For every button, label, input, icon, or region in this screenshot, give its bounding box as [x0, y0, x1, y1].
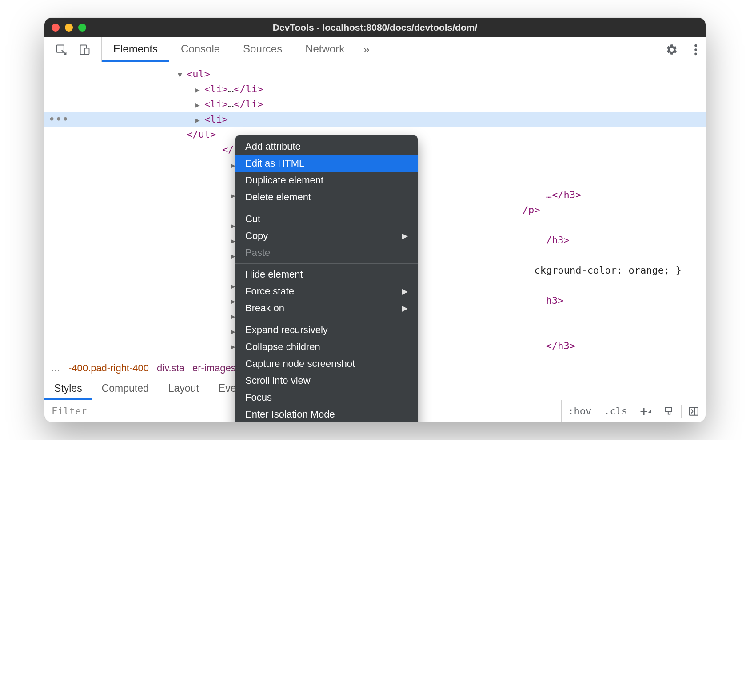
context-menu-item[interactable]: Expand recursively [235, 322, 418, 338]
context-menu-item[interactable]: Force state▶ [235, 283, 418, 300]
context-menu-item[interactable]: Delete element [235, 189, 418, 206]
titlebar: DevTools - localhost:8080/docs/devtools/… [44, 18, 706, 37]
tab-sources[interactable]: Sources [231, 37, 294, 62]
submenu-arrow-icon: ▶ [402, 231, 408, 241]
minimize-window-button[interactable] [65, 24, 73, 32]
context-menu-item[interactable]: Copy▶ [235, 227, 418, 244]
svg-rect-2 [84, 48, 89, 54]
dom-row[interactable]: •••▶<li> [44, 112, 706, 127]
panel-tabs: Elements Console Sources Network [102, 37, 356, 62]
traffic-lights [52, 24, 86, 32]
context-menu-item[interactable]: Focus [235, 389, 418, 406]
subtab-computed[interactable]: Computed [92, 378, 159, 400]
context-menu-item[interactable]: Scroll into view [235, 372, 418, 389]
cls-toggle[interactable]: .cls [598, 400, 634, 422]
more-tabs-icon[interactable]: » [356, 43, 376, 56]
subtab-layout[interactable]: Layout [159, 378, 209, 400]
svg-point-3 [694, 44, 697, 47]
context-menu-item[interactable]: Enter Isolation Mode [235, 406, 418, 422]
tab-elements[interactable]: Elements [102, 37, 169, 62]
main-toolbar: Elements Console Sources Network » [44, 37, 706, 62]
context-menu-item[interactable]: Edit as HTML [235, 155, 418, 172]
svg-point-5 [694, 52, 697, 55]
subtab-styles[interactable]: Styles [44, 378, 92, 400]
breadcrumb-item[interactable]: -400.pad-right-400 [68, 362, 149, 374]
close-window-button[interactable] [52, 24, 60, 32]
new-style-rule-icon[interactable]: +◢ [634, 400, 657, 422]
tab-console[interactable]: Console [169, 37, 231, 62]
svg-rect-7 [689, 407, 698, 415]
inspect-element-icon[interactable] [55, 44, 68, 56]
context-menu-item[interactable]: Duplicate element [235, 172, 418, 189]
svg-rect-6 [665, 407, 671, 412]
device-toolbar-icon[interactable] [78, 44, 91, 56]
kebab-menu-icon[interactable] [686, 44, 706, 56]
context-menu-item[interactable]: Break on▶ [235, 300, 418, 317]
paint-brush-icon[interactable] [657, 400, 681, 422]
dom-row[interactable]: ▶<li>…</li> [44, 97, 706, 112]
breadcrumb-item[interactable]: er-images [192, 362, 236, 374]
context-menu-item[interactable]: Collapse children [235, 338, 418, 355]
svg-point-4 [694, 48, 697, 51]
computed-sidebar-toggle-icon[interactable] [682, 400, 706, 422]
hov-toggle[interactable]: :hov [562, 400, 598, 422]
devtools-window: DevTools - localhost:8080/docs/devtools/… [44, 18, 706, 422]
dom-row[interactable]: ▼<ul> [44, 67, 706, 82]
submenu-arrow-icon: ▶ [402, 286, 408, 296]
tab-network[interactable]: Network [294, 37, 356, 62]
submenu-arrow-icon: ▶ [402, 303, 408, 313]
breadcrumb-more-left[interactable]: … [51, 362, 60, 374]
settings-icon[interactable] [658, 44, 686, 56]
context-menu: Add attributeEdit as HTMLDuplicate eleme… [235, 135, 418, 422]
context-menu-item[interactable]: Hide element [235, 266, 418, 283]
context-menu-item[interactable]: Cut [235, 211, 418, 227]
dom-row[interactable]: ▶<li>…</li> [44, 82, 706, 97]
window-title: DevTools - localhost:8080/docs/devtools/… [44, 22, 706, 33]
context-menu-item[interactable]: Capture node screenshot [235, 355, 418, 372]
maximize-window-button[interactable] [78, 24, 86, 32]
context-menu-item: Paste [235, 244, 418, 261]
breadcrumb-item[interactable]: div.sta [157, 362, 184, 374]
context-menu-item[interactable]: Add attribute [235, 138, 418, 155]
